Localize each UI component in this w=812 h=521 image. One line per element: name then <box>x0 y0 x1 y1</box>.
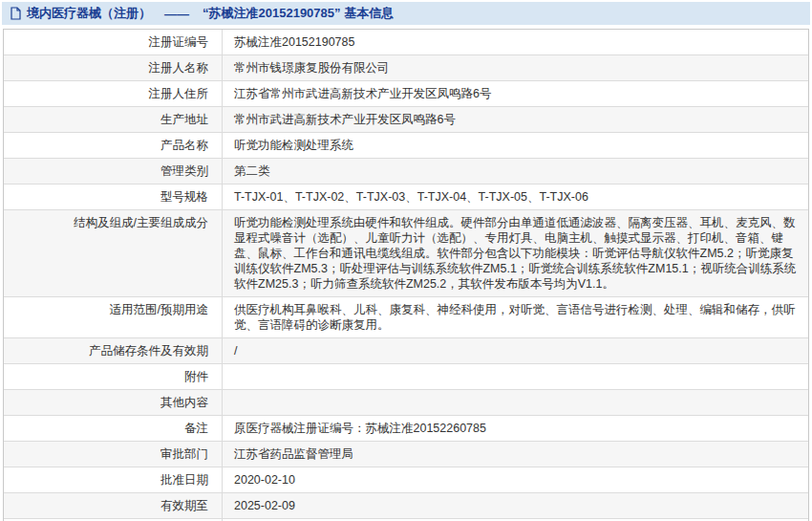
row-label: 审批部门 <box>4 442 223 467</box>
row-label: 其他内容 <box>4 390 223 415</box>
table-row-other-content: 其他内容 <box>4 390 808 416</box>
row-label: 型号规格 <box>4 185 223 209</box>
row-value <box>223 390 808 415</box>
table-row-remarks: 备注 原医疗器械注册证编号：苏械注准20152260785 <box>4 416 808 442</box>
registration-info-table: 注册证编号 苏械注准20152190785 注册人名称 常州市钱璟康复股份有限公… <box>3 29 809 521</box>
row-value <box>223 364 808 389</box>
row-value: 第二类 <box>223 159 808 184</box>
row-value: 2020-02-10 <box>223 467 808 492</box>
row-label: 注册人名称 <box>4 55 223 80</box>
page-title-right: “苏械注准20152190785” 基本信息 <box>203 5 394 22</box>
row-value: 江苏省药品监督管理局 <box>223 442 808 467</box>
table-row-approval-date: 批准日期 2020-02-10 <box>4 467 808 493</box>
row-value: T-TJX-01、T-TJX-02、T-TJX-03、T-TJX-04、T-TJ… <box>223 185 808 209</box>
title-separator: —— <box>164 7 189 21</box>
row-label: 备注 <box>4 416 223 441</box>
row-value: 常州市武进高新技术产业开发区凤鸣路6号 <box>223 107 808 132</box>
row-label: 生产地址 <box>4 107 223 132</box>
row-label: 管理类别 <box>4 159 223 184</box>
table-row-valid-until: 有效期至 2025-02-09 <box>4 493 808 519</box>
row-value: 江苏省常州市武进高新技术产业开发区凤鸣路6号 <box>223 81 808 106</box>
document-icon <box>10 7 22 20</box>
table-row-management-class: 管理类别 第二类 <box>4 159 808 185</box>
row-value: 听觉功能检测处理系统由硬件和软件组成。硬件部分由单通道低通滤波器、隔离变压器、耳… <box>223 210 808 296</box>
table-row-intended-use: 适用范围/预期用途 供医疗机构耳鼻喉科、儿科、康复科、神经科使用，对听觉、言语信… <box>4 297 808 338</box>
table-row-product-name: 产品名称 听觉功能检测处理系统 <box>4 133 808 159</box>
table-row-approval-department: 审批部门 江苏省药品监督管理局 <box>4 442 808 467</box>
page-title-left: 境内医疗器械（注册） <box>27 5 151 22</box>
row-label: 产品名称 <box>4 133 223 158</box>
row-value: 原医疗器械注册证编号：苏械注准20152260785 <box>223 416 808 441</box>
row-label: 有效期至 <box>4 493 223 518</box>
row-label: 结构及组成/主要组成成分 <box>4 210 223 296</box>
table-row-registrant-address: 注册人住所 江苏省常州市武进高新技术产业开发区凤鸣路6号 <box>4 81 808 107</box>
row-label: 批准日期 <box>4 467 223 492</box>
row-value: 供医疗机构耳鼻喉科、儿科、康复科、神经科使用，对听觉、言语信号进行检测、处理、编… <box>223 297 808 337</box>
table-row-structure-composition: 结构及组成/主要组成成分 听觉功能检测处理系统由硬件和软件组成。硬件部分由单通道… <box>4 210 808 297</box>
row-value: 常州市钱璟康复股份有限公司 <box>223 55 808 80</box>
row-label: 适用范围/预期用途 <box>4 297 223 337</box>
row-value: 苏械注准20152190785 <box>223 30 808 54</box>
row-label: 产品储存条件及有效期 <box>4 338 223 363</box>
table-row-registrant-name: 注册人名称 常州市钱璟康复股份有限公司 <box>4 55 808 81</box>
row-value: 2025-02-09 <box>223 493 808 518</box>
table-row-storage-conditions: 产品储存条件及有效期 / <box>4 338 808 364</box>
table-row-production-address: 生产地址 常州市武进高新技术产业开发区凤鸣路6号 <box>4 107 808 133</box>
row-value: 听觉功能检测处理系统 <box>223 133 808 158</box>
row-label: 注册证编号 <box>4 30 223 54</box>
row-label: 附件 <box>4 364 223 389</box>
row-value: / <box>223 338 808 363</box>
row-label: 注册人住所 <box>4 81 223 106</box>
table-row-reg-number: 注册证编号 苏械注准20152190785 <box>4 30 808 55</box>
table-row-attachments: 附件 <box>4 364 808 390</box>
table-row-model-spec: 型号规格 T-TJX-01、T-TJX-02、T-TJX-03、T-TJX-04… <box>4 185 808 210</box>
page-title-bar: 境内医疗器械（注册） —— “苏械注准20152190785” 基本信息 <box>2 2 810 25</box>
